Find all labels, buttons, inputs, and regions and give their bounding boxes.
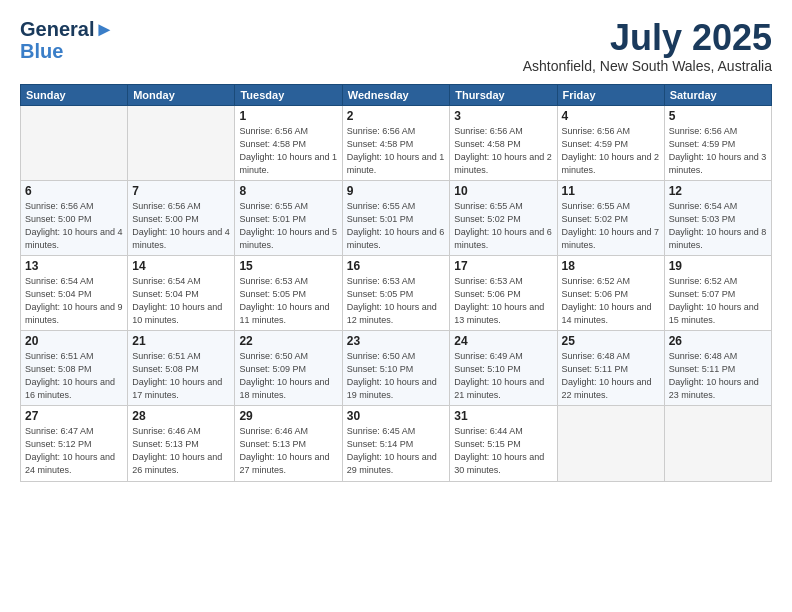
table-row: 28Sunrise: 6:46 AM Sunset: 5:13 PM Dayli… [128,406,235,481]
table-row: 3Sunrise: 6:56 AM Sunset: 4:58 PM Daylig… [450,105,557,180]
header: General► Blue July 2025 Ashtonfield, New… [20,18,772,74]
day-info: Sunrise: 6:56 AM Sunset: 5:00 PM Dayligh… [25,200,123,252]
table-row: 24Sunrise: 6:49 AM Sunset: 5:10 PM Dayli… [450,331,557,406]
table-row: 31Sunrise: 6:44 AM Sunset: 5:15 PM Dayli… [450,406,557,481]
calendar-week-row: 20Sunrise: 6:51 AM Sunset: 5:08 PM Dayli… [21,331,772,406]
day-number: 19 [669,259,767,273]
table-row: 21Sunrise: 6:51 AM Sunset: 5:08 PM Dayli… [128,331,235,406]
day-info: Sunrise: 6:53 AM Sunset: 5:06 PM Dayligh… [454,275,552,327]
day-info: Sunrise: 6:56 AM Sunset: 4:59 PM Dayligh… [562,125,660,177]
table-row: 29Sunrise: 6:46 AM Sunset: 5:13 PM Dayli… [235,406,342,481]
table-row: 19Sunrise: 6:52 AM Sunset: 5:07 PM Dayli… [664,255,771,330]
day-number: 12 [669,184,767,198]
day-info: Sunrise: 6:51 AM Sunset: 5:08 PM Dayligh… [132,350,230,402]
col-tuesday: Tuesday [235,84,342,105]
day-info: Sunrise: 6:48 AM Sunset: 5:11 PM Dayligh… [669,350,767,402]
table-row: 13Sunrise: 6:54 AM Sunset: 5:04 PM Dayli… [21,255,128,330]
calendar-week-row: 6Sunrise: 6:56 AM Sunset: 5:00 PM Daylig… [21,180,772,255]
table-row: 20Sunrise: 6:51 AM Sunset: 5:08 PM Dayli… [21,331,128,406]
day-number: 13 [25,259,123,273]
table-row [664,406,771,481]
day-info: Sunrise: 6:47 AM Sunset: 5:12 PM Dayligh… [25,425,123,477]
day-number: 30 [347,409,446,423]
table-row: 10Sunrise: 6:55 AM Sunset: 5:02 PM Dayli… [450,180,557,255]
day-info: Sunrise: 6:54 AM Sunset: 5:04 PM Dayligh… [132,275,230,327]
day-number: 10 [454,184,552,198]
day-number: 5 [669,109,767,123]
calendar-week-row: 13Sunrise: 6:54 AM Sunset: 5:04 PM Dayli… [21,255,772,330]
day-info: Sunrise: 6:51 AM Sunset: 5:08 PM Dayligh… [25,350,123,402]
table-row: 23Sunrise: 6:50 AM Sunset: 5:10 PM Dayli… [342,331,450,406]
table-row: 11Sunrise: 6:55 AM Sunset: 5:02 PM Dayli… [557,180,664,255]
day-number: 22 [239,334,337,348]
table-row: 26Sunrise: 6:48 AM Sunset: 5:11 PM Dayli… [664,331,771,406]
day-number: 15 [239,259,337,273]
day-number: 28 [132,409,230,423]
col-thursday: Thursday [450,84,557,105]
day-number: 24 [454,334,552,348]
page: General► Blue July 2025 Ashtonfield, New… [0,0,792,612]
table-row: 14Sunrise: 6:54 AM Sunset: 5:04 PM Dayli… [128,255,235,330]
calendar-week-row: 27Sunrise: 6:47 AM Sunset: 5:12 PM Dayli… [21,406,772,481]
calendar-header-row: Sunday Monday Tuesday Wednesday Thursday… [21,84,772,105]
table-row: 18Sunrise: 6:52 AM Sunset: 5:06 PM Dayli… [557,255,664,330]
day-info: Sunrise: 6:56 AM Sunset: 4:58 PM Dayligh… [347,125,446,177]
day-info: Sunrise: 6:50 AM Sunset: 5:10 PM Dayligh… [347,350,446,402]
col-monday: Monday [128,84,235,105]
table-row: 9Sunrise: 6:55 AM Sunset: 5:01 PM Daylig… [342,180,450,255]
day-number: 3 [454,109,552,123]
day-number: 4 [562,109,660,123]
day-info: Sunrise: 6:55 AM Sunset: 5:02 PM Dayligh… [454,200,552,252]
day-number: 23 [347,334,446,348]
day-info: Sunrise: 6:55 AM Sunset: 5:02 PM Dayligh… [562,200,660,252]
table-row: 22Sunrise: 6:50 AM Sunset: 5:09 PM Dayli… [235,331,342,406]
day-number: 17 [454,259,552,273]
day-info: Sunrise: 6:54 AM Sunset: 5:04 PM Dayligh… [25,275,123,327]
day-info: Sunrise: 6:56 AM Sunset: 4:58 PM Dayligh… [239,125,337,177]
day-number: 6 [25,184,123,198]
table-row: 12Sunrise: 6:54 AM Sunset: 5:03 PM Dayli… [664,180,771,255]
day-info: Sunrise: 6:49 AM Sunset: 5:10 PM Dayligh… [454,350,552,402]
col-saturday: Saturday [664,84,771,105]
day-info: Sunrise: 6:55 AM Sunset: 5:01 PM Dayligh… [347,200,446,252]
col-friday: Friday [557,84,664,105]
logo-general: General► [20,18,114,40]
day-number: 9 [347,184,446,198]
day-number: 20 [25,334,123,348]
day-number: 26 [669,334,767,348]
day-info: Sunrise: 6:46 AM Sunset: 5:13 PM Dayligh… [132,425,230,477]
calendar-week-row: 1Sunrise: 6:56 AM Sunset: 4:58 PM Daylig… [21,105,772,180]
day-number: 25 [562,334,660,348]
day-number: 29 [239,409,337,423]
table-row: 15Sunrise: 6:53 AM Sunset: 5:05 PM Dayli… [235,255,342,330]
day-info: Sunrise: 6:50 AM Sunset: 5:09 PM Dayligh… [239,350,337,402]
day-number: 16 [347,259,446,273]
day-info: Sunrise: 6:53 AM Sunset: 5:05 PM Dayligh… [347,275,446,327]
day-number: 27 [25,409,123,423]
table-row [128,105,235,180]
day-info: Sunrise: 6:44 AM Sunset: 5:15 PM Dayligh… [454,425,552,477]
day-number: 1 [239,109,337,123]
table-row: 2Sunrise: 6:56 AM Sunset: 4:58 PM Daylig… [342,105,450,180]
day-number: 14 [132,259,230,273]
day-info: Sunrise: 6:56 AM Sunset: 4:59 PM Dayligh… [669,125,767,177]
logo: General► Blue [20,18,114,62]
day-number: 11 [562,184,660,198]
day-info: Sunrise: 6:54 AM Sunset: 5:03 PM Dayligh… [669,200,767,252]
day-info: Sunrise: 6:52 AM Sunset: 5:06 PM Dayligh… [562,275,660,327]
month-title: July 2025 [523,18,772,58]
day-number: 7 [132,184,230,198]
day-number: 8 [239,184,337,198]
day-info: Sunrise: 6:48 AM Sunset: 5:11 PM Dayligh… [562,350,660,402]
day-info: Sunrise: 6:53 AM Sunset: 5:05 PM Dayligh… [239,275,337,327]
table-row [557,406,664,481]
table-row: 4Sunrise: 6:56 AM Sunset: 4:59 PM Daylig… [557,105,664,180]
table-row: 7Sunrise: 6:56 AM Sunset: 5:00 PM Daylig… [128,180,235,255]
logo-blue: Blue [20,40,114,62]
table-row: 30Sunrise: 6:45 AM Sunset: 5:14 PM Dayli… [342,406,450,481]
day-number: 31 [454,409,552,423]
day-info: Sunrise: 6:56 AM Sunset: 5:00 PM Dayligh… [132,200,230,252]
table-row: 6Sunrise: 6:56 AM Sunset: 5:00 PM Daylig… [21,180,128,255]
table-row [21,105,128,180]
calendar-table: Sunday Monday Tuesday Wednesday Thursday… [20,84,772,482]
